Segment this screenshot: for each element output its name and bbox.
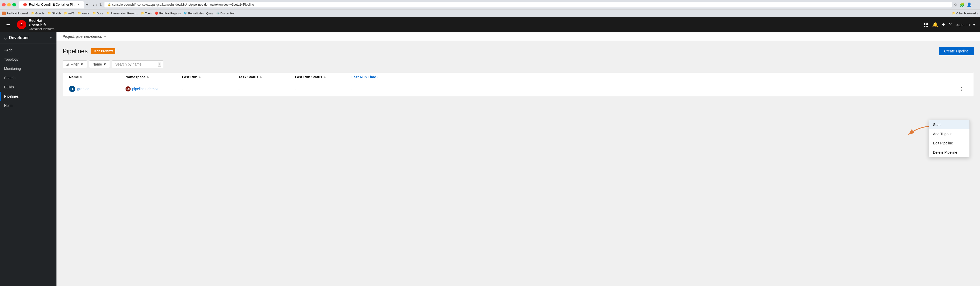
namespace-link[interactable]: pipelines-demos — [132, 87, 158, 91]
brand-platform: Container Platform — [29, 27, 54, 31]
app-launcher-icon[interactable] — [924, 22, 928, 27]
address-bar[interactable]: 🔒 console-openshift-console.apps.gcp.kam… — [105, 2, 952, 8]
column-actions — [957, 75, 967, 79]
column-last-run-status[interactable]: Last Run Status ⇅ — [295, 75, 352, 79]
bookmark-redhat-registry[interactable]: 🔴 Red Hat Registry — [155, 11, 181, 15]
name-dropdown[interactable]: Name ▼ — [89, 61, 110, 68]
sidebar-item-pipelines[interactable]: Pipelines — [0, 92, 56, 101]
filter-button[interactable]: ⊿ Filter ▼ — [63, 61, 87, 68]
lock-icon: 🔒 — [108, 3, 111, 6]
column-last-run[interactable]: Last Run ⇅ — [182, 75, 239, 79]
last-run-sort-icon: ⇅ — [199, 76, 200, 78]
bookmark-docker[interactable]: 🐳 Docker Hub — [216, 11, 235, 15]
add-icon[interactable]: + — [942, 22, 945, 28]
project-bar: Project: pipelines-demos ▼ — [56, 32, 980, 41]
namespace-badge: NS — [126, 86, 130, 91]
browser-max-btn[interactable] — [12, 3, 16, 6]
column-last-run-time[interactable]: Last Run Time ↓ — [352, 75, 957, 79]
pipeline-badge: PL — [69, 86, 75, 92]
column-task-status[interactable]: Task Status ⇅ — [239, 75, 295, 79]
name-sort-icon: ⇅ — [80, 76, 82, 78]
browser-actions: ☆ 🧩 👤 ⋮ — [954, 2, 978, 7]
name-dropdown-icon: ▼ — [103, 62, 107, 66]
context-menu-start[interactable]: Start — [929, 120, 969, 129]
hamburger-menu-btn[interactable]: ☰ — [4, 20, 12, 30]
namespace-cell: NS pipelines-demos — [126, 86, 182, 91]
menu-icon[interactable]: ⋮ — [974, 2, 978, 7]
sidebar-item-builds[interactable]: Builds — [0, 83, 56, 92]
tab-title: Red Hat OpenShift Container Pl... — [29, 3, 75, 6]
bookmark-other[interactable]: 📁 Other bookmarks — [952, 11, 978, 15]
bookmark-presentation[interactable]: 📁 Presentation Resou... — [106, 11, 138, 15]
helm-label: Helm — [4, 104, 13, 108]
tech-preview-badge: Tech Preview — [91, 48, 115, 54]
search-input[interactable] — [112, 61, 163, 68]
last-run-time-cell: - — [352, 87, 957, 91]
browser-forward-btn[interactable]: › — [96, 2, 97, 7]
profile-icon[interactable]: 👤 — [967, 2, 972, 7]
last-run-status-cell: - — [295, 87, 352, 91]
browser-tab[interactable]: 🔴 Red Hat OpenShift Container Pl... ✕ — [19, 1, 84, 8]
last-run-time-sort-icon: ↓ — [377, 76, 379, 78]
table-row: PL greeter NS pipelines-demos - - — [63, 82, 974, 96]
project-label: Project: pipelines-demos — [63, 34, 102, 38]
bookmark-tools[interactable]: 📁 Tools — [141, 11, 152, 15]
topology-label: Topology — [4, 57, 19, 61]
bookmark-redhat-external[interactable]: Red Hat External — [2, 11, 28, 15]
create-pipeline-button[interactable]: Create Pipeline — [939, 47, 974, 55]
browser-reload-btn[interactable]: ↻ — [99, 3, 102, 7]
pipelines-label: Pipelines — [4, 94, 19, 98]
bookmark-quay[interactable]: 🐦 Repositories · Quay — [184, 11, 213, 15]
sidebar-item-topology[interactable]: Topology — [0, 55, 56, 64]
browser-min-btn[interactable] — [7, 3, 11, 6]
notifications-icon[interactable]: 🔔 — [932, 22, 938, 27]
pipelines-table: Name ⇅ Namespace ⇅ Last Run ⇅ Task Sta — [63, 72, 974, 96]
project-selector[interactable]: Project: pipelines-demos ▼ — [63, 34, 107, 38]
search-shortcut-indicator: / — [158, 62, 161, 67]
filter-bar: ⊿ Filter ▼ Name ▼ / — [63, 61, 974, 68]
bookmark-google[interactable]: 📁 Google — [31, 11, 45, 15]
sidebar-item-search[interactable]: Search — [0, 73, 56, 83]
monitoring-label: Monitoring — [4, 67, 21, 71]
project-dropdown-icon: ▼ — [103, 35, 107, 38]
bookmark-azure[interactable]: 📁 Azure — [78, 11, 89, 15]
context-menu-edit-pipeline[interactable]: Edit Pipeline — [929, 139, 969, 148]
table-header: Name ⇅ Namespace ⇅ Last Run ⇅ Task Sta — [63, 72, 974, 82]
redhat-favicon — [2, 11, 6, 15]
pipeline-name-cell: PL greeter — [69, 86, 126, 92]
main-content: Project: pipelines-demos ▼ Pipelines Tec… — [56, 32, 980, 286]
top-nav: ☰ Red Hat OpenShift Container Platform — [0, 17, 980, 32]
last-run-cell: - — [182, 87, 239, 91]
new-tab-btn[interactable]: + — [86, 2, 88, 7]
tab-close-btn[interactable]: ✕ — [77, 3, 80, 6]
username: ocpadmin — [956, 22, 971, 27]
context-menu-add-trigger[interactable]: Add Trigger — [929, 129, 969, 139]
kebab-menu-button[interactable]: ⋮ — [957, 85, 966, 93]
search-label: Search — [4, 76, 15, 80]
pipeline-name-link[interactable]: greeter — [77, 87, 89, 91]
browser-back-btn[interactable]: ‹ — [92, 2, 94, 7]
context-menu-delete-pipeline[interactable]: Delete Pipeline — [929, 148, 969, 157]
user-menu[interactable]: ocpadmin ▼ — [956, 22, 976, 27]
context-menu: Start Add Trigger Edit Pipeline Delete P… — [929, 120, 970, 157]
sidebar: ◇ Developer ▼ +Add Topology Monitoring S… — [0, 32, 56, 286]
star-icon[interactable]: ☆ — [954, 2, 958, 7]
page-title: Pipelines — [63, 48, 88, 55]
sidebar-item-helm[interactable]: Helm — [0, 101, 56, 110]
browser-close-btn[interactable] — [2, 3, 6, 6]
column-namespace[interactable]: Namespace ⇅ — [126, 75, 182, 79]
help-icon[interactable]: ? — [949, 22, 951, 27]
browser-chrome: 🔴 Red Hat OpenShift Container Pl... ✕ + … — [0, 0, 980, 9]
bookmark-aws[interactable]: 📁 AWS — [64, 11, 75, 15]
perspective-selector[interactable]: ◇ Developer ▼ — [0, 32, 56, 43]
sidebar-item-add[interactable]: +Add — [0, 45, 56, 55]
filter-icon: ⊿ — [66, 62, 69, 66]
namespace-sort-icon: ⇅ — [146, 76, 149, 78]
column-name[interactable]: Name ⇅ — [69, 75, 126, 79]
user-dropdown-icon: ▼ — [972, 22, 976, 27]
brand-text: Red Hat OpenShift Container Platform — [29, 19, 54, 31]
bookmark-github[interactable]: 📁 GitHub — [48, 11, 60, 15]
extension-icon[interactable]: 🧩 — [959, 2, 965, 7]
bookmark-docs[interactable]: 📁 Docs — [92, 11, 103, 15]
sidebar-item-monitoring[interactable]: Monitoring — [0, 64, 56, 73]
